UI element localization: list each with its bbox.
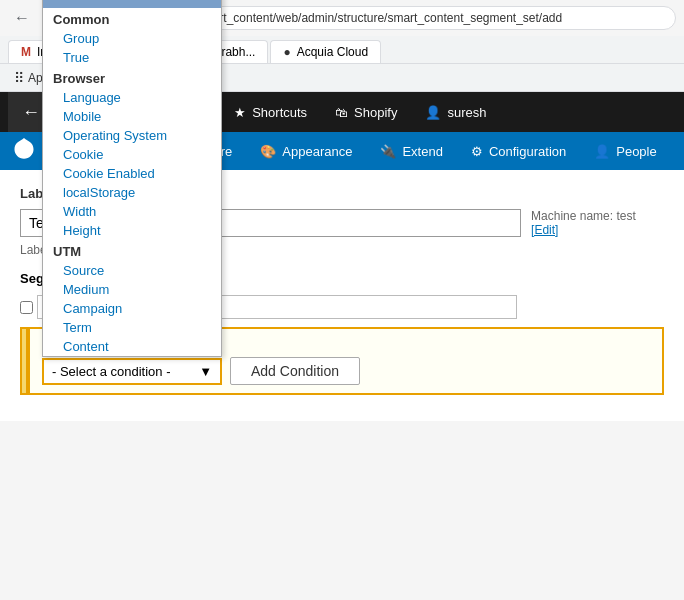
page-content: Label * Machine name: test [Edit] Label … xyxy=(0,170,684,421)
nav-configuration[interactable]: ⚙ Configuration xyxy=(457,132,580,170)
nav-extend-label: Extend xyxy=(402,144,442,159)
add-condition-button[interactable]: Add Condition xyxy=(230,357,360,385)
dropdown-item-cookie[interactable]: Cookie xyxy=(43,145,221,164)
dropdown-item-campaign[interactable]: Campaign xyxy=(43,299,221,318)
dropdown-group-common: Common xyxy=(43,8,221,29)
select-condition-container: - Select a condition - Common Group True… xyxy=(42,358,222,385)
config-icon: ⚙ xyxy=(471,144,483,159)
condition-block: if All conditions are true - Select a co… xyxy=(20,327,664,395)
nav-people[interactable]: 👤 People xyxy=(580,132,670,170)
select-trigger-label: - Select a condition - xyxy=(52,364,171,379)
tab-acquia[interactable]: ● Acquia Cloud xyxy=(270,40,381,63)
dropdown-item-cookie-enabled[interactable]: Cookie Enabled xyxy=(43,164,221,183)
appearance-icon: 🎨 xyxy=(260,144,276,159)
nav-people-label: People xyxy=(616,144,656,159)
shortcuts-button[interactable]: ★ Shortcuts xyxy=(220,92,321,132)
back-icon: ← xyxy=(22,102,40,123)
extend-icon: 🔌 xyxy=(380,144,396,159)
dropdown-group-browser: Browser xyxy=(43,67,221,88)
shortcuts-label: Shortcuts xyxy=(252,105,307,120)
dropdown-item-group[interactable]: Group xyxy=(43,29,221,48)
machine-name-text: Machine name: test [Edit] xyxy=(531,209,664,237)
nav-appearance[interactable]: 🎨 Appearance xyxy=(246,132,366,170)
dropdown-item-operating-system[interactable]: Operating System xyxy=(43,126,221,145)
nav-config-label: Configuration xyxy=(489,144,566,159)
drupal-logo[interactable] xyxy=(0,137,48,165)
tab-acquia-label: Acquia Cloud xyxy=(297,45,368,59)
nav-extend[interactable]: 🔌 Extend xyxy=(366,132,456,170)
star-icon: ★ xyxy=(234,105,246,120)
condition-dropdown-menu[interactable]: - Select a condition - Common Group True… xyxy=(42,0,222,357)
nav-appearance-label: Appearance xyxy=(282,144,352,159)
dropdown-item-language[interactable]: Language xyxy=(43,88,221,107)
dropdown-item-width[interactable]: Width xyxy=(43,202,221,221)
dropdown-group-utm: UTM xyxy=(43,240,221,261)
dropdown-item-term[interactable]: Term xyxy=(43,318,221,337)
dropdown-item-true[interactable]: True xyxy=(43,48,221,67)
dropdown-item-localstorage[interactable]: localStorage xyxy=(43,183,221,202)
people-icon: 👤 xyxy=(594,144,610,159)
back-nav-button[interactable]: ← xyxy=(8,7,36,29)
user-icon: 👤 xyxy=(425,105,441,120)
shopify-label: Shopify xyxy=(354,105,397,120)
segment-checkbox[interactable] xyxy=(20,301,33,314)
edit-machine-name-link[interactable]: [Edit] xyxy=(531,223,558,237)
shopify-icon: 🛍 xyxy=(335,105,348,120)
dropdown-item-height[interactable]: Height xyxy=(43,221,221,240)
chevron-down-icon: ▼ xyxy=(199,364,212,379)
dropdown-item-medium[interactable]: Medium xyxy=(43,280,221,299)
user-button[interactable]: 👤 suresh xyxy=(411,92,500,132)
select-condition-trigger[interactable]: - Select a condition - ▼ xyxy=(42,358,222,385)
seg-label: Seg xyxy=(20,271,44,286)
dropdown-item-mobile[interactable]: Mobile xyxy=(43,107,221,126)
add-condition-row: - Select a condition - Common Group True… xyxy=(30,357,654,385)
dropdown-item-source[interactable]: Source xyxy=(43,261,221,280)
dropdown-selected-item[interactable]: - Select a condition - xyxy=(43,0,221,8)
dropdown-item-content[interactable]: Content xyxy=(43,337,221,356)
user-label: suresh xyxy=(447,105,486,120)
shopify-button[interactable]: 🛍 Shopify xyxy=(321,92,411,132)
